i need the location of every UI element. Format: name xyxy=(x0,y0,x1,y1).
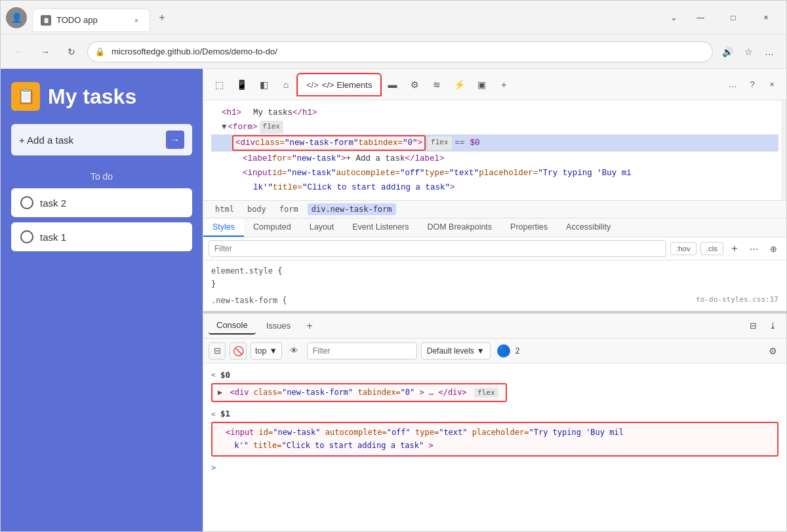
console-dollar-1-line[interactable]: < $1 xyxy=(211,407,778,420)
console-sidebar-button[interactable]: ⊟ xyxy=(744,317,761,335)
expand-icon[interactable]: < xyxy=(211,409,218,420)
default-levels-selector[interactable]: Default levels ▼ xyxy=(421,342,491,359)
eye-button[interactable]: 👁 xyxy=(286,342,303,359)
tab-properties[interactable]: Properties xyxy=(501,218,557,237)
more-button[interactable]: … xyxy=(760,43,778,61)
refresh-button[interactable]: ↻ xyxy=(61,41,82,62)
task-item[interactable]: task 2 xyxy=(11,188,192,217)
network-button[interactable]: ≋ xyxy=(426,74,447,95)
new-style-rule-button[interactable]: ⊕ xyxy=(765,241,781,256)
chevron-down-icon[interactable]: ⌄ xyxy=(665,12,683,22)
tab-layout[interactable]: Layout xyxy=(300,218,344,237)
minimize-button[interactable]: — xyxy=(685,7,716,28)
add-style-button[interactable]: + xyxy=(727,241,742,256)
back-button[interactable]: ← xyxy=(9,41,30,62)
add-task-arrow-icon: → xyxy=(166,131,184,149)
read-aloud-button[interactable]: 🔊 xyxy=(718,43,737,61)
add-task-label: + Add a task xyxy=(19,134,73,146)
add-console-tab-button[interactable]: + xyxy=(301,317,318,335)
console-dollar-0-line[interactable]: < $0 xyxy=(211,369,778,382)
console-settings-button[interactable]: ⚙ xyxy=(764,342,781,359)
dom-line-input[interactable]: <input id="new-task" autocomplete="off" … xyxy=(211,166,778,180)
dom-scrollbar[interactable] xyxy=(781,100,786,200)
forward-button[interactable]: → xyxy=(35,41,56,62)
browser-tab[interactable]: 📋 TODO app × xyxy=(32,9,150,32)
favorites-button[interactable]: ☆ xyxy=(739,43,757,61)
dom-line-div-selected[interactable]: <div class="new-task-form" tabindex="0" … xyxy=(211,134,778,152)
add-task-button[interactable]: + Add a task → xyxy=(11,124,192,155)
new-tab-button[interactable]: + xyxy=(153,9,171,27)
sources-button[interactable]: ⚙ xyxy=(404,74,425,95)
url-text: microsoftedge.github.io/Demos/demo-to-do… xyxy=(111,47,277,56)
tab-dom-breakpoints[interactable]: DOM Breakpoints xyxy=(418,218,501,237)
performance-button[interactable]: ⚡ xyxy=(449,74,470,95)
console-continuation[interactable]: > xyxy=(211,462,778,474)
tab-issues[interactable]: Issues xyxy=(258,317,299,334)
expand-icon[interactable]: < xyxy=(211,369,218,381)
sidebar-toggle-button[interactable]: ⊟ xyxy=(209,342,226,359)
hov-filter-button[interactable]: :hov xyxy=(670,242,696,255)
selected-element-highlight: <div class="new-task-form" tabindex="0" … xyxy=(232,135,426,151)
help-button[interactable]: ? xyxy=(743,75,761,94)
breadcrumb-bar: html body form div.new-task-form xyxy=(203,201,786,218)
inspect-element-button[interactable]: ⬚ xyxy=(209,74,230,95)
elements-tab-icon: </> xyxy=(306,80,319,90)
title-bar: 👤 📋 TODO app × + ⌄ — □ × xyxy=(1,1,786,35)
tab-accessibility[interactable]: Accessibility xyxy=(557,218,620,237)
profile-icon[interactable]: 👤 xyxy=(6,7,27,28)
console-panel-button[interactable]: ▬ xyxy=(382,74,403,95)
tab-console[interactable]: Console xyxy=(209,317,256,335)
home-button[interactable]: ⌂ xyxy=(275,74,296,95)
dom-line-form[interactable]: ▼ <form> flex xyxy=(211,120,778,134)
close-button[interactable]: × xyxy=(751,7,781,28)
task-checkbox[interactable] xyxy=(20,196,33,209)
expand-arrow-0[interactable]: ▶ xyxy=(218,388,222,397)
dom-line-h1[interactable]: <h1> My tasks </h1> xyxy=(211,106,778,120)
device-emulation-button[interactable]: 📱 xyxy=(231,74,252,95)
target-selector[interactable]: top ▼ xyxy=(251,342,282,359)
console-continue-arrow[interactable]: > xyxy=(211,462,216,474)
tab-close-button[interactable]: × xyxy=(131,15,142,26)
breadcrumb-body[interactable]: body xyxy=(243,203,270,215)
dollar-sign-1: $1 xyxy=(220,407,230,420)
todo-app-pane: 📋 My tasks + Add a task → To do task 2 t… xyxy=(1,69,203,531)
maximize-button[interactable]: □ xyxy=(718,7,748,28)
tab-computed[interactable]: Computed xyxy=(244,218,300,237)
info-count: 2 xyxy=(515,346,520,356)
breadcrumb-div[interactable]: div.new-task-form xyxy=(308,203,396,215)
todo-app-icon: 📋 xyxy=(11,82,40,111)
levels-dropdown-icon: ▼ xyxy=(477,346,485,356)
tab-title: TODO app xyxy=(56,15,126,25)
browser-window: 👤 📋 TODO app × + ⌄ — □ × ← → ↻ 🔒 microso… xyxy=(0,0,787,532)
console-filter-input[interactable] xyxy=(307,342,417,359)
tab-styles[interactable]: Styles xyxy=(203,218,244,237)
panel-layout-button[interactable]: ◧ xyxy=(253,74,274,95)
url-input[interactable]: microsoftedge.github.io/Demos/demo-to-do… xyxy=(87,41,713,62)
clear-console-button[interactable]: 🚫 xyxy=(230,342,247,359)
todo-title: My tasks xyxy=(48,85,136,109)
task-item[interactable]: task 1 xyxy=(11,222,192,251)
task-checkbox[interactable] xyxy=(20,230,33,243)
breadcrumb-form[interactable]: form xyxy=(275,203,302,215)
dom-line-input-cont[interactable]: lk'" title="Click to start adding a task… xyxy=(211,180,778,195)
elements-tab[interactable]: </> </> Elements xyxy=(298,74,380,95)
cls-filter-button[interactable]: .cls xyxy=(700,242,723,255)
new-panel-button[interactable]: + xyxy=(493,74,514,95)
tab-event-listeners[interactable]: Event Listeners xyxy=(343,218,418,237)
more-tools-button[interactable]: … xyxy=(723,75,742,94)
style-more-button[interactable]: ⋯ xyxy=(746,241,761,256)
console-dock-button[interactable]: ⤓ xyxy=(764,317,781,335)
expand-icon[interactable]: ▼ xyxy=(222,121,227,134)
dom-line-label[interactable]: <label for="new-task" > + Add a task </l… xyxy=(211,152,778,166)
console-output-box-0[interactable]: ▶ <div class="new-task-form" tabindex="0… xyxy=(211,383,507,402)
close-devtools-button[interactable]: × xyxy=(763,75,781,94)
application-button[interactable]: ▣ xyxy=(471,74,492,95)
default-levels-label: Default levels xyxy=(427,346,474,356)
console-toolbar: ⊟ 🚫 top ▼ 👁 Default levels ▼ 🔵 2 ⚙ xyxy=(203,338,786,363)
styles-filter-input[interactable] xyxy=(209,240,666,257)
style-rule-source[interactable]: to-do-styles.css:17 xyxy=(696,294,778,307)
breadcrumb-html[interactable]: html xyxy=(211,203,238,215)
dollar-sign-0: $0 xyxy=(220,369,230,382)
console-output-box-1[interactable]: <input id="new-task" autocomplete="off" … xyxy=(211,422,778,456)
address-bar-wrapper: 🔒 microsoftedge.github.io/Demos/demo-to-… xyxy=(87,41,713,62)
